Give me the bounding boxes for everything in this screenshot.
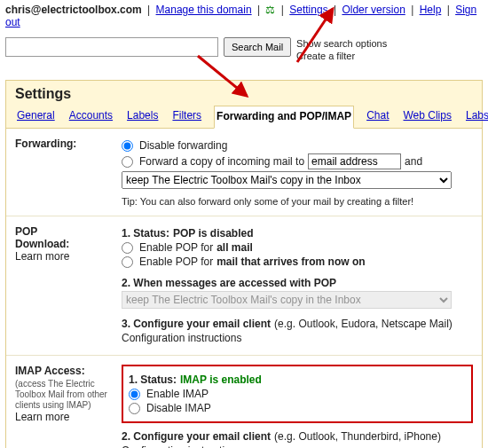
fwd-disable-radio[interactable] xyxy=(122,140,133,152)
pop-conf-link[interactable]: Configuration instructions xyxy=(122,332,241,344)
tabs: General Accounts Labels Filters Forwardi… xyxy=(6,102,482,129)
section-pop: POP Download: Learn more 1. Status: POP … xyxy=(6,216,482,356)
manage-domain-link[interactable]: Manage this domain xyxy=(156,4,252,16)
imap-enable-label: Enable IMAP xyxy=(146,388,209,400)
pop-enable-all-pre: Enable POP for xyxy=(139,241,213,254)
pop-conf-lead: 3. Configure your email client xyxy=(122,318,271,330)
show-search-options-link[interactable]: Show search options xyxy=(296,38,387,49)
imap-status-value: IMAP is enabled xyxy=(180,373,262,386)
imap-label: IMAP Access: xyxy=(15,365,85,377)
section-imap: IMAP Access: (access The Electric Toolbo… xyxy=(6,356,482,448)
tab-chat[interactable]: Chat xyxy=(365,106,390,128)
labs-icon: ⚖ xyxy=(265,4,275,16)
imap-enable-radio[interactable] xyxy=(129,389,140,400)
imap-status-lead: 1. Status: xyxy=(129,373,177,386)
pop-when-label: 2. When messages are accessed with POP xyxy=(122,277,336,289)
search-input[interactable] xyxy=(5,37,218,57)
pop-enable-now-bold: mail that arrives from now on xyxy=(216,255,365,268)
pop-learn-more-link[interactable]: Learn more xyxy=(15,250,69,263)
pop-label-1: POP xyxy=(15,225,37,238)
imap-highlight-box: 1. Status: IMAP is enabled Enable IMAP D… xyxy=(122,365,473,423)
older-version-link[interactable]: Older version xyxy=(342,4,405,16)
search-row: Search Mail Show search options Create a… xyxy=(0,32,488,67)
pop-enable-now-radio[interactable] xyxy=(122,256,133,268)
imap-sublabel: (access The Electric Toolbox Mail from o… xyxy=(15,379,122,411)
imap-disable-radio[interactable] xyxy=(129,403,140,414)
tab-labels[interactable]: Labels xyxy=(125,106,160,128)
fwd-tip-text: Tip: You can also forward only some of y… xyxy=(122,196,347,207)
top-bar: chris@electrictoolbox.com | Manage this … xyxy=(0,0,488,32)
fwd-forward-prefix: Forward a copy of incoming mail to xyxy=(139,155,304,168)
pop-enable-all-bold: all mail xyxy=(216,241,253,254)
imap-conf-lead: 2. Configure your email client xyxy=(122,430,271,443)
tab-web-clips[interactable]: Web Clips xyxy=(401,106,453,128)
section-forwarding: Forwarding: Disable forwarding Forward a… xyxy=(6,129,482,216)
fwd-tip-link[interactable]: creating a filter! xyxy=(347,196,413,207)
pop-status-value: POP is disabled xyxy=(173,227,253,240)
search-small-links: Show search options Create a filter xyxy=(296,37,387,62)
pop-label-2: Download: xyxy=(15,238,69,250)
tab-labs[interactable]: Labs xyxy=(464,106,488,128)
forwarding-label: Forwarding: xyxy=(15,138,76,150)
fwd-disable-label: Disable forwarding xyxy=(139,139,227,152)
tab-forwarding-pop-imap[interactable]: Forwarding and POP/IMAP xyxy=(214,106,354,129)
pop-keep-select: keep The Electric Toolbox Mail's copy in… xyxy=(122,291,452,309)
fwd-enable-radio[interactable] xyxy=(122,156,133,168)
panel-title: Settings xyxy=(15,86,473,102)
imap-conf-link[interactable]: Configuration instructions xyxy=(122,444,241,448)
fwd-and-label: and xyxy=(405,155,422,168)
settings-panel: Settings General Accounts Labels Filters… xyxy=(5,80,483,448)
pop-status-lead: 1. Status: xyxy=(122,227,169,240)
tab-filters[interactable]: Filters xyxy=(170,106,203,128)
create-filter-link[interactable]: Create a filter xyxy=(296,51,355,61)
settings-link[interactable]: Settings xyxy=(289,4,327,16)
imap-learn-more-link[interactable]: Learn more xyxy=(15,411,69,423)
fwd-email-input[interactable] xyxy=(308,153,401,169)
tab-accounts[interactable]: Accounts xyxy=(67,106,114,128)
fwd-keep-select[interactable]: keep The Electric Toolbox Mail's copy in… xyxy=(122,171,452,189)
pop-enable-now-pre: Enable POP for xyxy=(139,255,213,268)
pop-conf-ex: (e.g. Outlook, Eudora, Netscape Mail) xyxy=(274,318,453,330)
search-mail-button[interactable]: Search Mail xyxy=(224,37,291,57)
pop-enable-all-radio[interactable] xyxy=(122,242,133,254)
imap-disable-label: Disable IMAP xyxy=(146,402,211,414)
help-link[interactable]: Help xyxy=(420,4,442,16)
account-email: chris@electrictoolbox.com xyxy=(5,4,142,16)
imap-conf-ex: (e.g. Outlook, Thunderbird, iPhone) xyxy=(274,430,441,443)
tab-general[interactable]: General xyxy=(15,106,57,128)
